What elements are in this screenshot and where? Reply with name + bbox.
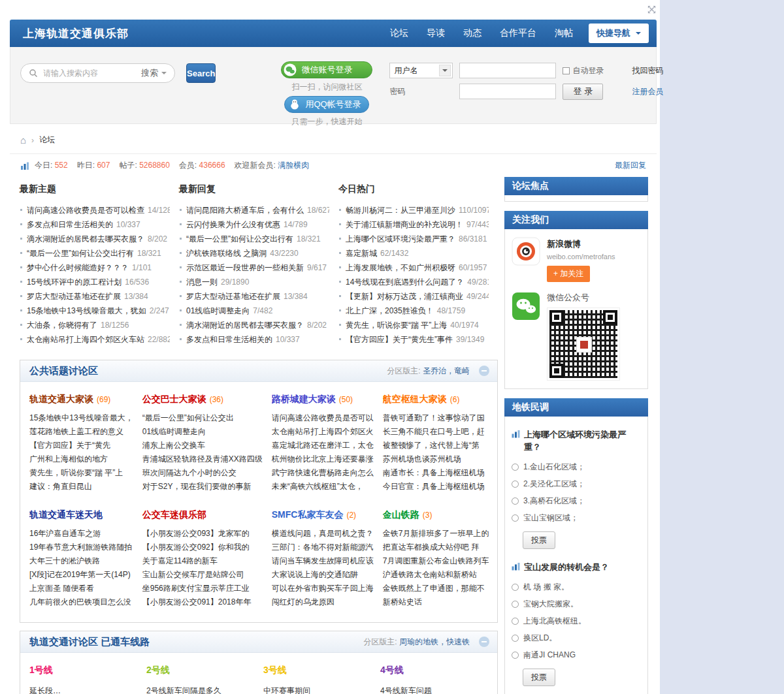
line-topic-link[interactable]: 2号线新车间隔是多久 <box>146 684 254 694</box>
line-topic-link[interactable]: 中环赛事期间 <box>263 684 371 694</box>
topic-link[interactable]: 梦中心什么时候能造好？？？1/101 <box>20 260 170 275</box>
nav-item[interactable]: 动态 <box>463 27 482 39</box>
topic-link[interactable]: 关于浦江镇新增商业的补充说明！97/4437 <box>338 217 489 232</box>
line-topic-link[interactable]: 4号线新车问题 <box>380 684 488 694</box>
vote-button[interactable]: 投票 <box>523 531 555 549</box>
board-link[interactable]: 路桥城建大家谈(50) <box>272 394 374 405</box>
login-button[interactable]: 登 录 <box>563 84 603 100</box>
line-link[interactable]: 1号线 <box>29 665 137 676</box>
board-topic-link[interactable]: 太仓南站吊打上海四个郊区火 <box>272 425 374 439</box>
board-topic-link[interactable]: 班次间隔达九个小时的公交 <box>142 466 263 480</box>
search-button[interactable]: Search <box>186 63 216 83</box>
line-link[interactable]: 4号线 <box>380 665 488 676</box>
vote-button[interactable]: 投票 <box>523 669 555 686</box>
board-topic-link[interactable]: 沪通铁路太仓南站和新桥站 <box>383 568 489 582</box>
topic-link[interactable]: 15号线环评中的原工程计划16/536 <box>20 275 170 289</box>
moderator-link[interactable]: 周瑜的地铁，快速铁 <box>399 637 470 646</box>
board-topic-link[interactable]: 【小朋友游公交091】2018年年 <box>142 595 263 609</box>
board-topic-link[interactable]: 青浦城区轻轨路径及青浦XX路四级 <box>142 452 263 466</box>
topic-link[interactable]: 滴水湖附近的居民都去哪买衣服？8/202 <box>179 318 329 332</box>
topic-link[interactable]: 消息一则29/1890 <box>179 275 329 289</box>
topic-link[interactable]: 太仓南站吊打上海四个郊区火车站22/882 <box>20 332 170 347</box>
board-topic-link[interactable]: 【小朋友游公交093】龙家军的 <box>142 527 263 541</box>
board-topic-link[interactable]: 01线临时调整走向 <box>142 425 263 439</box>
poll-option[interactable]: 宝钢大院搬家。 <box>512 595 641 612</box>
topic-link[interactable]: 滴水湖附近的居民都去哪买衣服？8/202 <box>20 232 170 246</box>
latest-reply-link[interactable]: 最新回复 <box>615 160 646 171</box>
topic-link[interactable]: 【官方回应】关于“黄先生”事件39/1349 <box>338 332 489 347</box>
board-topic-link[interactable]: 坐956路刷支付宝显示莘庄工业 <box>142 582 263 595</box>
board-topic-link[interactable]: 金铁7月新排班多了一班早上的 <box>383 527 489 541</box>
topic-link[interactable]: 上海发展地铁，不如广州积极呀60/1957 <box>338 260 489 275</box>
topic-link[interactable]: 北上广深，2035胜谁负！48/1759 <box>338 304 489 318</box>
topic-link[interactable]: 罗店大型动迁基地还在扩展13/384 <box>179 289 329 304</box>
board-topic-link[interactable]: 【小朋友游公交092】你和我的 <box>142 541 263 554</box>
qq-login-button[interactable]: 用QQ帐号登录 <box>284 96 369 113</box>
board-topic-link[interactable]: 闯红灯的乌龙原因 <box>272 595 374 609</box>
board-link[interactable]: 公交巴士大家谈(36) <box>142 394 263 405</box>
board-topic-link[interactable]: 杭州物价比北京上海还要暴涨 <box>272 452 374 466</box>
topic-link[interactable]: “最后一公里”如何让公交出行有18/321 <box>20 246 170 260</box>
board-topic-link[interactable]: 建议：角直归昆山 <box>29 480 133 494</box>
nav-item[interactable]: 淘帖 <box>555 27 573 39</box>
section-title[interactable]: 公共话题讨论区 <box>29 365 98 377</box>
topic-link[interactable]: 多发点和日常生活相关的10/337 <box>179 332 329 347</box>
poll-option[interactable]: 宝山宝钢区域； <box>512 509 641 526</box>
board-topic-link[interactable]: 武宁路快速化曹杨路走向怎么 <box>272 466 374 480</box>
board-topic-link[interactable]: 15条地铁中13号线噪音最大， <box>29 411 133 425</box>
topic-link[interactable]: 14号线现在到底遇到什么问题了？49/2818 <box>338 275 489 289</box>
poll-option[interactable]: 上海北高铁枢纽。 <box>512 612 641 629</box>
breadcrumb-forum-link[interactable]: 论坛 <box>39 134 55 146</box>
board-topic-link[interactable]: 请问高速公路收费员是否可以 <box>272 411 374 425</box>
poll-option[interactable]: 1.金山石化区域； <box>512 458 641 475</box>
topic-link[interactable]: 罗店大型动迁基地还在扩展13/384 <box>20 289 170 304</box>
quick-nav-button[interactable]: 快捷导航 <box>589 24 649 43</box>
poll-option[interactable]: 3.高桥石化区域； <box>512 492 641 509</box>
board-topic-link[interactable]: 可以在外省市购买车子回上海 <box>272 582 374 595</box>
nav-item[interactable]: 导读 <box>427 27 445 39</box>
board-topic-link[interactable]: 金铁既然上了申通图，那能不 <box>383 582 489 595</box>
line-link[interactable]: 3号线 <box>263 665 371 676</box>
board-link[interactable]: SMFC私家车友会(2) <box>272 509 374 521</box>
board-topic-link[interactable]: 莲花路地铁上盖工程的意义 <box>29 425 133 439</box>
board-topic-link[interactable]: 嘉定城北路还在磨洋工，太仓 <box>272 439 374 452</box>
board-topic-link[interactable]: 几年前很火的巴铁项目怎么没 <box>29 595 133 609</box>
search-scope-dropdown[interactable]: 搜索 <box>141 67 167 79</box>
topic-link[interactable]: 云闪付换乘为什么没有优惠14/789 <box>179 217 329 232</box>
board-topic-link[interactable]: [X段]记在2019年第一天(14P) <box>29 568 133 582</box>
line-link[interactable]: 2号线 <box>146 665 254 676</box>
board-topic-link[interactable]: 未来“高铁六线枢纽”太仓， <box>272 480 374 494</box>
topic-link[interactable]: 沪杭铁路联络线 之脑洞43/2230 <box>179 246 329 260</box>
topic-link[interactable]: 上海哪个区域环境污染最严重？86/3181 <box>338 232 489 246</box>
wechat-login-button[interactable]: 微信账号登录 <box>281 61 372 78</box>
board-topic-link[interactable]: 长三角不能只在口号上吧，赶 <box>383 425 489 439</box>
poll-option[interactable]: 机 场 搬 家。 <box>512 578 641 595</box>
topic-link[interactable]: 多发点和日常生活相关的10/337 <box>20 217 170 232</box>
collapse-icon[interactable] <box>479 637 489 647</box>
board-topic-link[interactable]: 黄先生，听说你要“踹 平”上 <box>29 466 133 480</box>
board-topic-link[interactable]: 广州和上海相似的地方 <box>29 452 133 466</box>
board-topic-link[interactable]: 宝山新公交候车厅是站牌公司 <box>142 568 263 582</box>
board-topic-link[interactable]: 对于S2Y，现在我们要做的事新 <box>142 480 263 494</box>
nav-item[interactable]: 合作平台 <box>500 27 536 39</box>
board-link[interactable]: 航空枢纽大家谈(6) <box>383 394 489 405</box>
line-topic-link[interactable]: 延长段… <box>29 684 137 694</box>
board-topic-link[interactable]: 被整顿惨了，这代替上海“第 <box>383 439 489 452</box>
topic-link[interactable]: 请问高速公路收费员是否可以检查14/128 <box>20 203 170 217</box>
forgot-password-link[interactable]: 找回密码 <box>632 65 672 76</box>
topic-link[interactable]: 【更新】对标万达茂，浦江镇商业49/2444 <box>338 289 489 304</box>
board-topic-link[interactable]: 大家说说上海的交通陷阱 <box>272 568 374 582</box>
topic-link[interactable]: 15条地铁中13号线噪音最大，犹如2/247 <box>20 304 170 318</box>
board-topic-link[interactable]: 请问当车辆发生故障司机应该 <box>272 554 374 568</box>
board-topic-link[interactable]: 16年沪嘉自通车之游 <box>29 527 133 541</box>
board-topic-link[interactable]: 三部门：各地不得对新能源汽 <box>272 541 374 554</box>
topic-link[interactable]: 01线临时调整走向7/482 <box>179 304 329 318</box>
board-link[interactable]: 轨道交通车迷天地 <box>29 509 133 521</box>
topic-link[interactable]: 畅游川杨河二：从三甲港至川沙110/1097 <box>338 203 489 217</box>
board-link[interactable]: 公交车迷俱乐部 <box>142 509 263 521</box>
board-link[interactable]: 金山铁路(3) <box>383 509 489 521</box>
weibo-follow-button[interactable]: + 加关注 <box>547 266 590 282</box>
section-title[interactable]: 轨道交通讨论区 已通车线路 <box>29 636 150 648</box>
username-input[interactable] <box>459 63 556 78</box>
moderator-link[interactable]: 圣乔治，竜崎 <box>423 366 470 375</box>
